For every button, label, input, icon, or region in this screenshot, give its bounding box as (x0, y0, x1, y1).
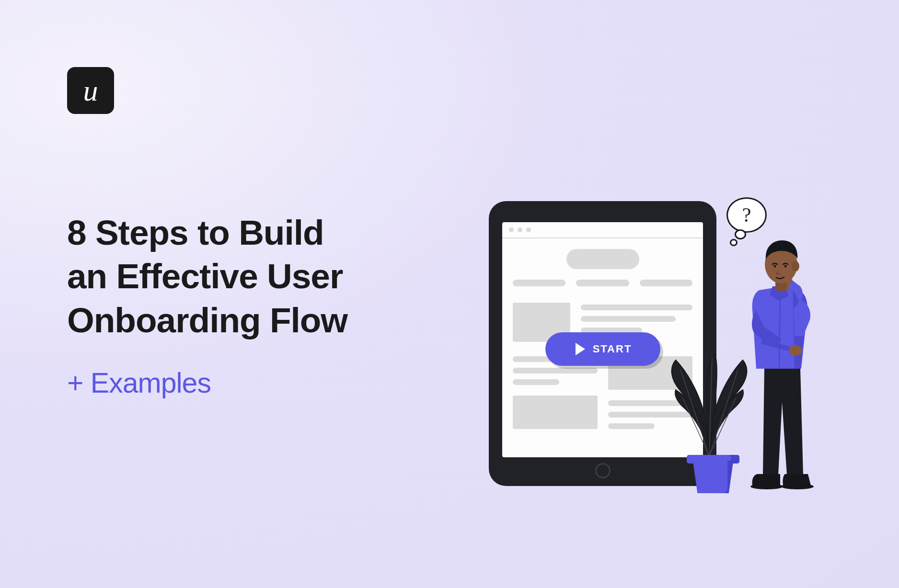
play-icon (576, 343, 585, 355)
illustration: START ? (479, 201, 843, 493)
svg-point-7 (789, 345, 802, 356)
userpilot-logo: u (67, 67, 114, 114)
skeleton-line (581, 316, 676, 322)
title: 8 Steps to Build an Effective User Onboa… (67, 211, 474, 342)
window-dot-icon (526, 227, 531, 232)
skeleton-lines (581, 303, 692, 333)
title-line-1: 8 Steps to Build (67, 211, 474, 254)
skeleton-rect (513, 396, 598, 429)
logo-letter: u (83, 74, 98, 108)
svg-point-12 (784, 265, 787, 268)
skeleton-pill (566, 249, 639, 269)
svg-point-10 (792, 261, 799, 271)
svg-point-6 (781, 484, 814, 489)
skeleton-bar (576, 280, 629, 286)
person-illustration (728, 225, 839, 493)
start-button: START (545, 332, 660, 366)
question-mark: ? (742, 204, 751, 226)
skeleton-line (513, 379, 559, 385)
subtitle: + Examples (67, 367, 474, 399)
browser-bar (502, 222, 703, 238)
svg-line-0 (680, 370, 709, 456)
headline-block: 8 Steps to Build an Effective User Onboa… (67, 211, 474, 399)
start-button-label: START (593, 343, 632, 355)
skeleton-line (581, 305, 692, 310)
skeleton-line (608, 423, 655, 429)
skeleton-col (513, 356, 598, 429)
skeleton-bar (640, 280, 692, 286)
svg-point-5 (750, 484, 783, 489)
skeleton-line (513, 368, 598, 373)
svg-point-11 (774, 265, 776, 268)
title-line-3: Onboarding Flow (67, 298, 474, 342)
window-dot-icon (518, 227, 522, 232)
title-line-2: an Effective User (67, 254, 474, 298)
home-button-icon (595, 463, 611, 478)
skeleton-bar (513, 280, 565, 286)
window-dot-icon (509, 227, 514, 232)
skeleton-row (513, 280, 692, 286)
